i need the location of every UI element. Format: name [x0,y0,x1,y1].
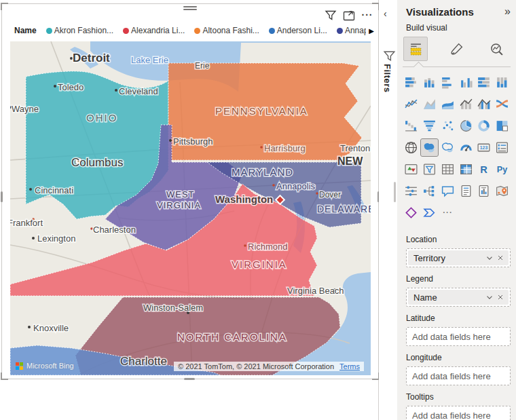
well-longitude[interactable]: Add data fields here [406,366,511,385]
well-placeholder[interactable]: Add data fields here [407,332,491,342]
chevron-down-icon[interactable] [484,252,495,263]
gauge-icon[interactable] [458,139,475,156]
format-visual-tab[interactable] [445,37,468,60]
decomposition-tree-icon[interactable] [421,183,438,199]
svg-text:···: ··· [443,208,453,216]
map-label: Harrisburg [264,143,306,153]
treemap-icon[interactable] [494,117,511,134]
stacked-bar-chart-icon[interactable] [403,74,420,91]
clustered-bar-chart-icon[interactable] [439,74,456,91]
donut-chart-icon[interactable] [475,117,492,134]
collapse-pane-icon[interactable]: » [504,5,511,18]
map-label: Detroit [73,52,110,64]
map-label: Frankfort [10,218,43,228]
remove-field-icon[interactable] [495,252,506,263]
stacked-column-chart-icon[interactable] [421,74,438,91]
filters-pane-collapsed[interactable]: ‹ Filters [379,0,398,420]
map-label: Wayne [12,104,39,114]
r-script-icon[interactable]: R [475,161,492,178]
map-label: Pittsburgh [173,136,213,147]
svg-text:123: 123 [480,145,488,150]
map-label: VIRGINIA [232,259,287,270]
legend-item[interactable]: Annapolis Li... [337,26,366,35]
drag-handle[interactable] [183,6,197,12]
resize-handle-bottom[interactable] [184,378,195,380]
legend-color-dot [269,28,275,34]
matrix-icon[interactable] [458,161,475,178]
resize-handle-left[interactable] [1,191,3,202]
map-area[interactable]: DetroitLake ErieErieToledoClevelandWayne… [10,41,371,375]
build-visual-label: Build visual [397,19,516,35]
well-tooltips[interactable]: Add data fields here [406,406,511,420]
clustered-column-chart-icon[interactable] [458,74,475,91]
arcgis-map-icon[interactable] [494,183,511,199]
field-pill-value: Territory [413,253,484,263]
resize-handle-top-left[interactable] [1,3,8,10]
map-label: Winston-Salem [143,303,203,313]
field-pill[interactable]: Territory [408,250,509,265]
line-chart-icon[interactable] [403,96,420,113]
python-icon[interactable]: Py [494,161,511,178]
stacked-area-chart-icon[interactable] [439,96,456,113]
terms-link[interactable]: Terms [339,362,360,370]
key-influencers-icon[interactable] [403,183,420,199]
map-attribution: © 2021 TomTom, © 2021 Microsoft Corporat… [174,362,364,371]
smart-narrative-icon[interactable] [458,183,475,199]
kpi-icon[interactable] [403,161,420,178]
well-legend[interactable]: Name [406,288,511,307]
qna-icon[interactable] [439,183,456,199]
more-visuals-icon[interactable]: ··· [439,204,456,221]
legend-item[interactable]: Akron Fashion... [46,26,113,35]
well-placeholder[interactable]: Add data fields here [407,371,491,381]
100-stacked-bar-chart-icon[interactable] [475,74,492,91]
shape-map-icon[interactable] [439,139,456,156]
filled-map-icon[interactable] [421,139,438,156]
legend-title: Name [14,26,37,35]
100-stacked-column-chart-icon[interactable] [494,74,511,91]
power-apps-icon[interactable] [403,204,420,221]
funnel-chart-icon[interactable] [421,117,438,134]
table-icon[interactable] [439,161,456,178]
scrollbar-thumb[interactable] [394,182,396,202]
map-label: Washington [215,193,273,205]
area-chart-icon[interactable] [421,96,438,113]
line-stacked-column-chart-icon[interactable] [458,96,475,113]
well-location[interactable]: Territory [406,248,511,267]
filled-map-visual[interactable]: ··· Name Akron Fashion...Alexandria Li..… [1,3,379,379]
more-options-icon[interactable]: ··· [361,8,374,22]
chevron-down-icon[interactable] [484,292,495,303]
waterfall-chart-icon[interactable] [403,117,420,134]
attribution-text: © 2021 TomTom, © 2021 Microsoft Corporat… [178,362,334,370]
build-visual-tab[interactable] [403,37,428,61]
legend-item[interactable]: Alexandria Li... [123,26,185,35]
report-canvas[interactable]: ··· Name Akron Fashion...Alexandria Li..… [0,0,379,420]
field-pill[interactable]: Name [408,290,509,305]
card-icon[interactable]: 123 [475,139,492,156]
visual-filter-icon[interactable] [324,8,337,22]
well-placeholder[interactable]: Add data fields here [407,411,491,420]
map-label: Cleveland [119,86,158,96]
ribbon-chart-icon[interactable] [494,96,511,113]
resize-handle-bottom-left[interactable] [1,373,8,380]
legend-color-dot [194,28,200,34]
analytics-tab[interactable] [485,37,508,60]
expand-filters-icon[interactable]: ‹ [384,8,387,19]
map-label: Richmond [248,242,288,252]
map-icon[interactable] [403,139,420,156]
scatter-chart-icon[interactable] [439,117,456,134]
legend-overflow-arrow[interactable]: ▶ [366,27,374,35]
pie-chart-icon[interactable] [458,117,475,134]
legend-item-label: Alexandria Li... [131,26,185,35]
well-label-longitude: Longitude [406,353,511,362]
slicer-icon[interactable] [421,161,438,178]
paginated-report-icon[interactable] [475,183,492,199]
remove-field-icon[interactable] [495,292,506,303]
power-automate-icon[interactable] [421,204,438,221]
legend-item[interactable]: Altoona Fashi... [194,26,259,35]
legend-item[interactable]: Anderson Li... [269,26,327,35]
line-clustered-column-chart-icon[interactable] [475,96,492,113]
multi-row-card-icon[interactable] [494,139,511,156]
well-label-tooltips: Tooltips [406,392,511,402]
well-latitude[interactable]: Add data fields here [406,327,511,346]
focus-mode-icon[interactable] [342,8,356,22]
